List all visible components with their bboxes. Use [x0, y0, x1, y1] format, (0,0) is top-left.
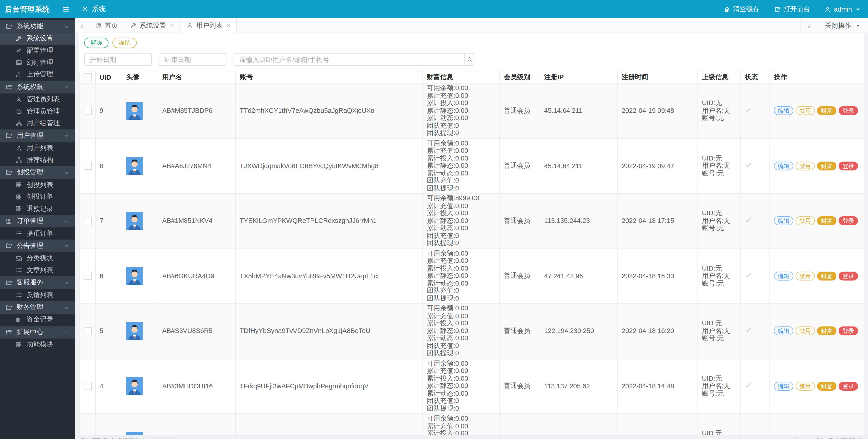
user-menu[interactable]: admin — [825, 5, 861, 13]
tab[interactable]: 用户列表× — [180, 18, 237, 33]
disable-button[interactable]: 禁用 — [796, 216, 815, 226]
sidebar-item[interactable]: 创投列表 — [0, 179, 75, 191]
sidebar-group[interactable]: 财务管理 — [0, 301, 75, 314]
tabs-scroll-left-button[interactable] — [75, 18, 89, 32]
sidebar-item[interactable]: 配置管理 — [0, 45, 75, 57]
login-button[interactable]: 登录 — [839, 381, 858, 391]
unfreeze-button[interactable]: 解冻 — [84, 38, 108, 48]
edit-button[interactable]: 编辑 — [774, 381, 793, 391]
chevron-left-icon — [79, 23, 85, 29]
row-checkbox[interactable] — [84, 327, 92, 335]
wealth-line: 可用余额:0.00 — [427, 360, 495, 368]
disable-button[interactable]: 禁用 — [796, 271, 815, 280]
cell-register-ip: 47.241.42.96 — [540, 248, 618, 303]
wealth-button[interactable]: 财富 — [817, 271, 836, 280]
sidebar-item[interactable]: 管理员管理 — [0, 105, 75, 117]
sidebar-item[interactable]: 用户列表 — [0, 142, 75, 154]
sidebar-item[interactable]: 文章列表 — [0, 264, 75, 276]
open-frontend-button[interactable]: 打开前台 — [774, 4, 810, 14]
row-checkbox[interactable] — [84, 217, 92, 225]
sidebar-group[interactable]: 系统权限 — [0, 80, 75, 93]
sidebar-item[interactable]: 上传管理 — [0, 69, 75, 80]
row-checkbox[interactable] — [84, 272, 92, 280]
login-button[interactable]: 登录 — [839, 216, 858, 226]
sidebar-item[interactable]: 退款记录 — [0, 203, 75, 215]
row-checkbox[interactable] — [84, 107, 92, 115]
login-button[interactable]: 登录 — [839, 327, 858, 336]
close-tab-icon[interactable]: × — [226, 22, 230, 29]
sidebar-group-label: 系统功能 — [17, 22, 43, 31]
wealth-line: 累计投入:0.00 — [427, 100, 495, 107]
external-link-icon — [774, 6, 781, 12]
sidebar-item[interactable]: 管理员列表 — [0, 93, 75, 105]
sidebar-group-label: 扩展中心 — [17, 327, 43, 337]
sidebar-item[interactable]: 资金记录 — [0, 314, 75, 326]
menu-toggle-icon[interactable] — [62, 5, 70, 13]
sidebar-item[interactable]: 反馈列表 — [0, 289, 75, 301]
end-date-input[interactable] — [159, 53, 226, 66]
sidebar-group[interactable]: 客服服务 — [0, 276, 75, 289]
search-button[interactable] — [465, 53, 474, 66]
sidebar-item[interactable]: 推荐结构 — [0, 154, 75, 166]
sidebar-item-label: 管理员管理 — [27, 107, 60, 116]
parent-line: 用户名:无 — [702, 272, 736, 280]
sidebar-item[interactable]: 创投订单 — [0, 191, 75, 203]
disable-button[interactable]: 禁用 — [796, 327, 815, 336]
cell-uid: 7 — [95, 193, 122, 248]
login-button[interactable]: 登录 — [839, 161, 858, 170]
upload-icon — [16, 71, 22, 78]
edit-button[interactable]: 编辑 — [774, 161, 793, 170]
parent-line: 账号:无 — [702, 335, 736, 342]
sidebar-item[interactable]: 提币订单 — [0, 228, 75, 239]
row-checkbox[interactable] — [84, 382, 92, 391]
login-button[interactable]: 登录 — [839, 106, 858, 115]
sidebar-group[interactable]: 系统功能 — [0, 20, 75, 33]
column-header: 财富信息 — [423, 71, 500, 83]
cell-account: TUuLq7CVT2qR1UGM8p8kGRr2yRdwP2aqWk — [236, 413, 423, 435]
edit-button[interactable]: 编辑 — [774, 106, 793, 115]
edit-button[interactable]: 编辑 — [774, 327, 793, 336]
wealth-button[interactable]: 财富 — [817, 106, 836, 115]
sidebar-item[interactable]: 分类模块 — [0, 252, 75, 264]
sidebar-group[interactable]: 订单管理 — [0, 215, 75, 228]
row-checkbox[interactable] — [84, 162, 92, 170]
open-frontend-label: 打开前台 — [783, 4, 810, 14]
sidebar-item[interactable]: 系统设置 — [0, 33, 75, 45]
search-input[interactable] — [234, 53, 465, 66]
edit-button[interactable]: 编辑 — [774, 216, 793, 226]
cell-username: AB#3MHDOHI16 — [158, 359, 236, 414]
sidebar-item-label: 用户组管理 — [27, 119, 60, 128]
cell-avatar — [122, 193, 158, 248]
sidebar-item[interactable]: 用户组管理 — [0, 117, 75, 129]
parent-line: UID:无 — [702, 265, 736, 272]
edit-button[interactable]: 编辑 — [774, 271, 793, 280]
tab[interactable]: 首页 — [89, 18, 124, 32]
wealth-button[interactable]: 财富 — [817, 327, 836, 336]
clear-cache-button[interactable]: 清空缓存 — [724, 4, 760, 14]
sidebar-group[interactable]: 创投管理 — [0, 166, 75, 179]
disable-button[interactable]: 禁用 — [796, 161, 815, 170]
tab[interactable]: 系统设置× — [124, 18, 180, 32]
tabs-scroll-right-button[interactable] — [801, 18, 817, 32]
wealth-line: 团队提现:0 — [427, 129, 495, 137]
disable-button[interactable]: 禁用 — [796, 106, 815, 115]
wealth-button[interactable]: 财富 — [817, 381, 836, 391]
login-button[interactable]: 登录 — [839, 271, 858, 280]
wealth-button[interactable]: 财富 — [817, 216, 836, 226]
sidebar-item[interactable]: 幻灯管理 — [0, 57, 75, 69]
bulk-actions: 解冻 冻结 — [84, 38, 864, 48]
wealth-button[interactable]: 财富 — [817, 161, 836, 170]
start-date-input[interactable] — [84, 53, 152, 66]
sidebar-item[interactable]: 功能模块 — [0, 338, 75, 350]
close-operations-dropdown[interactable]: 关闭操作 — [817, 18, 868, 32]
select-all-checkbox[interactable] — [84, 73, 92, 81]
sidebar-group[interactable]: 扩展中心 — [0, 326, 75, 338]
sidebar-group[interactable]: 用户管理 — [0, 129, 75, 142]
parent-line: UID:无 — [702, 320, 736, 327]
freeze-button[interactable]: 冻结 — [113, 38, 137, 48]
gears-icon — [16, 47, 22, 54]
sidebar-group[interactable]: 公告管理 — [0, 239, 75, 252]
close-tab-icon[interactable]: × — [170, 22, 174, 29]
cell-parent-info: UID:无用户名:无账号:无 — [698, 248, 740, 303]
disable-button[interactable]: 禁用 — [796, 381, 815, 391]
